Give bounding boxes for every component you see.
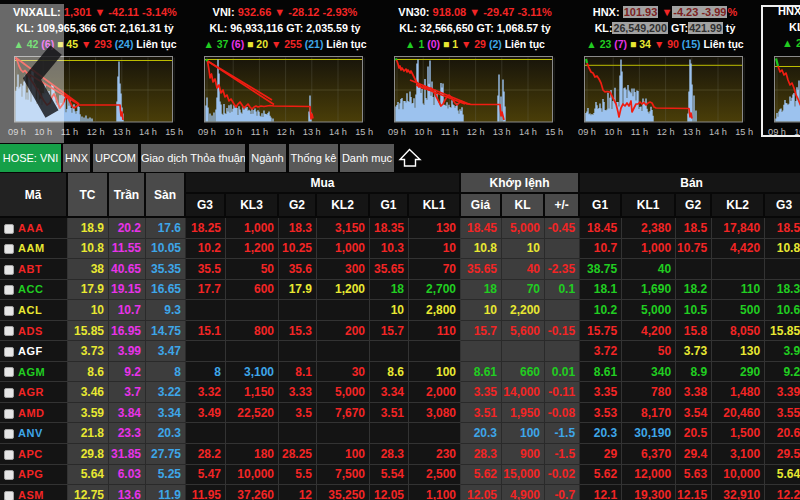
- svg-text:10 h: 10 h: [414, 127, 432, 137]
- svg-text:09 h: 09 h: [198, 127, 216, 137]
- svg-text:12 h: 12 h: [467, 127, 485, 137]
- svg-text:14 h: 14 h: [709, 127, 727, 137]
- svg-text:14 h: 14 h: [139, 127, 157, 137]
- svg-text:14 h: 14 h: [329, 127, 347, 137]
- svg-text:11 h: 11 h: [251, 127, 268, 137]
- svg-text:13 h: 13 h: [683, 127, 701, 137]
- svg-text:15 h: 15 h: [735, 127, 753, 137]
- svg-text:13 h: 13 h: [493, 127, 511, 137]
- svg-text:12 h: 12 h: [277, 127, 295, 137]
- svg-text:13 h: 13 h: [303, 127, 321, 137]
- svg-text:12 h: 12 h: [657, 127, 675, 137]
- svg-text:14 h: 14 h: [519, 127, 537, 137]
- svg-text:15 h: 15 h: [355, 127, 373, 137]
- svg-text:15 h: 15 h: [165, 127, 183, 137]
- svg-text:15 h: 15 h: [545, 127, 563, 137]
- svg-text:10 h: 10 h: [604, 127, 622, 137]
- svg-text:09 h: 09 h: [388, 127, 406, 137]
- svg-text:11 h: 11 h: [631, 127, 648, 137]
- svg-text:10 h: 10 h: [224, 127, 242, 137]
- svg-text:11 h: 11 h: [441, 127, 458, 137]
- svg-text:09 h: 09 h: [578, 127, 596, 137]
- svg-text:13 h: 13 h: [113, 127, 131, 137]
- svg-text:12 h: 12 h: [87, 127, 105, 137]
